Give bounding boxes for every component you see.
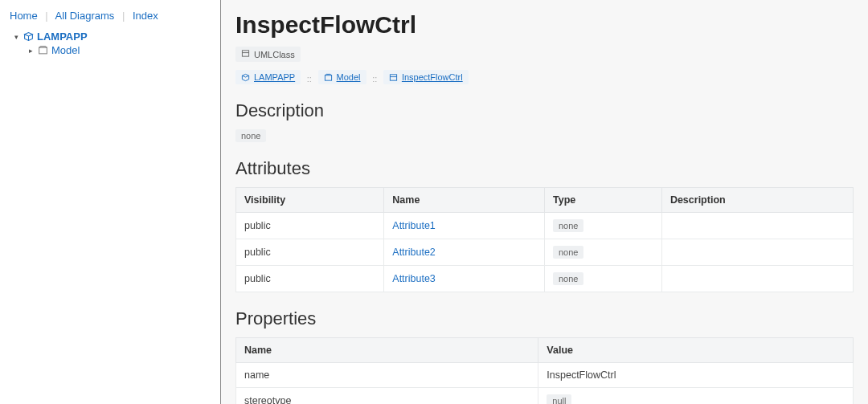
cell-visibility: public: [236, 239, 384, 266]
th-name: Name: [384, 188, 545, 213]
type-tag-row: UMLClass: [235, 47, 854, 67]
table-header-row: Visibility Name Type Description: [236, 188, 854, 213]
th-type: Type: [544, 188, 661, 213]
th-prop-value: Value: [538, 338, 854, 363]
cell-name: Attribute3: [384, 266, 545, 292]
sidebar: Home | All Diagrams | Index ▾ LAMPAPP ▸: [0, 0, 221, 404]
attribute-link[interactable]: Attribute3: [392, 273, 436, 284]
cell-name: Attribute1: [384, 213, 545, 239]
type-chip: UMLClass: [235, 47, 301, 62]
cell-visibility: public: [236, 213, 384, 239]
cell-prop-name: stereotype: [236, 388, 538, 405]
class-icon: [241, 49, 250, 59]
cell-name: Attribute2: [384, 239, 545, 266]
tree-child-link[interactable]: Model: [51, 44, 80, 56]
table-row: publicAttribute3none: [236, 266, 854, 292]
th-prop-name: Name: [236, 338, 538, 363]
cell-prop-value: null: [538, 388, 854, 405]
breadcrumb: LAMPAPP :: Model :: InspectFlowCtrl: [235, 70, 854, 84]
caret-down-icon: ▾: [13, 33, 19, 41]
model-icon: [37, 45, 48, 56]
page-title: InspectFlowCtrl: [235, 11, 854, 39]
section-properties: Properties: [235, 308, 854, 329]
svg-rect-0: [39, 47, 47, 54]
caret-right-icon: ▸: [27, 47, 34, 55]
attributes-table: Visibility Name Type Description publicA…: [235, 187, 854, 292]
tree: ▾ LAMPAPP ▸ Model: [8, 30, 212, 57]
crumb-label: Model: [337, 72, 361, 82]
nav-index[interactable]: Index: [133, 10, 158, 22]
attribute-link[interactable]: Attribute2: [392, 247, 436, 258]
crumb-sep: ::: [307, 74, 312, 84]
table-row: nameInspectFlowCtrl: [236, 363, 854, 388]
cell-type: none: [544, 213, 661, 239]
nav-sep: |: [45, 10, 47, 22]
tree-root-link[interactable]: LAMPAPP: [37, 31, 88, 43]
value-pill: null: [547, 394, 571, 404]
type-pill: none: [553, 246, 583, 259]
cell-prop-name: name: [236, 363, 538, 388]
crumb-current[interactable]: InspectFlowCtrl: [383, 70, 469, 84]
top-nav: Home | All Diagrams | Index: [8, 6, 212, 30]
cell-description: [661, 239, 853, 266]
tree-root-row[interactable]: ▾ LAMPAPP: [13, 30, 212, 43]
cell-type: none: [544, 266, 661, 292]
cell-visibility: public: [236, 266, 384, 292]
nav-sep: |: [122, 10, 125, 22]
type-chip-label: UMLClass: [254, 50, 295, 59]
crumb-model[interactable]: Model: [318, 70, 366, 84]
cell-description: [661, 266, 853, 292]
nav-all-diagrams[interactable]: All Diagrams: [55, 10, 115, 22]
svg-rect-4: [390, 74, 396, 80]
crumb-sep: ::: [372, 74, 377, 84]
section-description: Description: [235, 100, 854, 121]
cell-description: [661, 213, 853, 239]
crumb-label: LAMPAPP: [254, 72, 295, 82]
table-row: publicAttribute1none: [236, 213, 854, 239]
description-value: none: [235, 129, 266, 142]
section-attributes: Attributes: [235, 158, 854, 179]
crumb-lampapp[interactable]: LAMPAPP: [235, 70, 301, 84]
svg-rect-1: [242, 51, 248, 56]
table-row: publicAttribute2none: [236, 239, 854, 266]
type-pill: none: [553, 272, 583, 285]
crumb-label: InspectFlowCtrl: [402, 72, 463, 82]
cell-prop-value: InspectFlowCtrl: [538, 363, 854, 388]
tree-child-row[interactable]: ▸ Model: [27, 43, 212, 57]
type-pill: none: [553, 219, 583, 232]
main-content: InspectFlowCtrl UMLClass LAMPAPP :: Mode…: [221, 0, 868, 404]
nav-home[interactable]: Home: [10, 10, 38, 22]
table-header-row: Name Value: [236, 338, 854, 363]
th-description: Description: [661, 188, 853, 213]
svg-rect-3: [325, 75, 331, 80]
cell-type: none: [544, 239, 661, 266]
attribute-link[interactable]: Attribute1: [392, 220, 436, 231]
table-row: stereotypenull: [236, 388, 854, 405]
th-visibility: Visibility: [236, 188, 384, 213]
package-icon: [23, 31, 34, 43]
properties-table: Name Value nameInspectFlowCtrlstereotype…: [235, 337, 854, 404]
